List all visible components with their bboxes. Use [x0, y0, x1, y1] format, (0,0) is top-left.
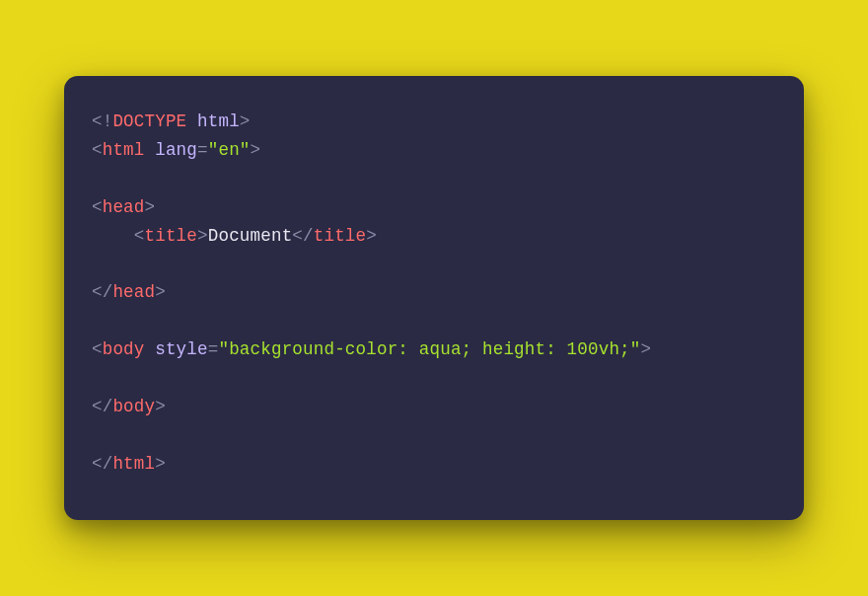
- head-close-close: >: [155, 282, 166, 302]
- html-space: [145, 140, 156, 160]
- head-close-angle: </: [92, 282, 112, 302]
- doctype-name: DOCTYPE: [112, 112, 186, 131]
- title-text: Document: [208, 226, 293, 246]
- body-open-angle: <: [92, 339, 103, 359]
- title-indent: [92, 226, 134, 246]
- title-open-angle1: <: [134, 226, 145, 246]
- body-eq: =: [208, 339, 219, 359]
- body-close-angle: </: [92, 397, 112, 416]
- body-close-tag: body: [112, 397, 155, 416]
- html-open-line: <html lang="en">: [92, 140, 260, 160]
- html-close-tag: html: [112, 454, 155, 474]
- body-space: [145, 339, 156, 359]
- html-lang-value: "en": [208, 140, 251, 160]
- title-open-angle2: </: [292, 226, 313, 246]
- html-close-angle: </: [92, 454, 112, 474]
- title-tag-open: title: [145, 226, 198, 246]
- head-open-line: <head>: [92, 197, 155, 217]
- doctype-line: <!DOCTYPE html>: [92, 112, 251, 131]
- head-open-angle: <: [92, 197, 103, 217]
- title-line: <title>Document</title>: [92, 226, 377, 246]
- doctype-value: html: [197, 112, 240, 131]
- html-close-close: >: [155, 454, 166, 474]
- html-eq: =: [197, 140, 208, 160]
- doctype-space: [186, 112, 197, 131]
- html-open-close: >: [251, 140, 261, 160]
- head-tag: head: [103, 197, 145, 217]
- head-open-close: >: [145, 197, 156, 217]
- html-close-line: </html>: [92, 454, 166, 474]
- body-close-line: </body>: [92, 397, 166, 416]
- code-snippet-panel: <!DOCTYPE html> <html lang="en"> <head> …: [64, 76, 804, 520]
- html-tag: html: [103, 140, 145, 160]
- body-attr-style: style: [155, 339, 208, 359]
- doctype-open: <!: [92, 112, 112, 131]
- body-open-close: >: [641, 339, 652, 359]
- head-close-tag: head: [112, 282, 155, 302]
- html-open-angle: <: [92, 140, 103, 160]
- code-block: <!DOCTYPE html> <html lang="en"> <head> …: [92, 108, 776, 478]
- body-tag: body: [103, 339, 145, 359]
- title-close-angle2: >: [366, 226, 377, 246]
- body-open-line: <body style="background-color: aqua; hei…: [92, 339, 651, 359]
- doctype-close: >: [240, 112, 251, 131]
- head-close-line: </head>: [92, 282, 166, 302]
- title-tag-close: title: [314, 226, 367, 246]
- title-close-angle1: >: [197, 226, 208, 246]
- body-close-close: >: [155, 397, 166, 416]
- body-style-value: "background-color: aqua; height: 100vh;": [218, 339, 640, 359]
- html-attr-lang: lang: [155, 140, 197, 160]
